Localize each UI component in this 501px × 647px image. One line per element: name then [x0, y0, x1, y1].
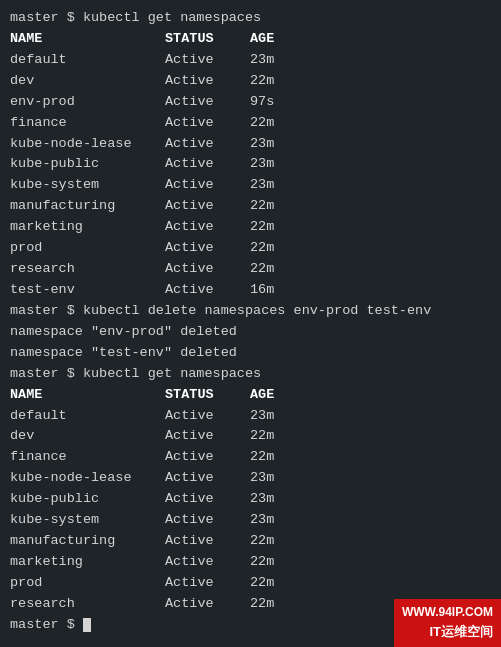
- terminal-line: prodActive22m: [10, 238, 491, 259]
- col-name: kube-public: [10, 489, 165, 510]
- col-name: default: [10, 50, 165, 71]
- col-name: research: [10, 259, 165, 280]
- col-status: Active: [165, 50, 250, 71]
- col-name: test-env: [10, 280, 165, 301]
- terminal-window: master $ kubectl get namespacesNAMESTATU…: [0, 0, 501, 647]
- col-age: 22m: [250, 196, 274, 217]
- terminal-line: defaultActive23m: [10, 50, 491, 71]
- col-name: kube-node-lease: [10, 468, 165, 489]
- col-status: Active: [165, 134, 250, 155]
- terminal-line: financeActive22m: [10, 447, 491, 468]
- col-name: kube-public: [10, 154, 165, 175]
- col-name: marketing: [10, 217, 165, 238]
- col-header-name: NAME: [10, 385, 165, 406]
- output-text: namespace "test-env" deleted: [10, 345, 237, 360]
- terminal-line: marketingActive22m: [10, 217, 491, 238]
- terminal-line: devActive22m: [10, 426, 491, 447]
- col-age: 22m: [250, 71, 274, 92]
- col-status: Active: [165, 259, 250, 280]
- col-age: 22m: [250, 238, 274, 259]
- terminal-line: namespace "env-prod" deleted: [10, 322, 491, 343]
- col-status: Active: [165, 468, 250, 489]
- col-name: default: [10, 406, 165, 427]
- col-status: Active: [165, 510, 250, 531]
- col-age: 22m: [250, 531, 274, 552]
- col-header-age: AGE: [250, 29, 274, 50]
- col-header-name: NAME: [10, 29, 165, 50]
- terminal-line: marketingActive22m: [10, 552, 491, 573]
- col-status: Active: [165, 447, 250, 468]
- col-age: 23m: [250, 468, 274, 489]
- col-age: 23m: [250, 134, 274, 155]
- col-age: 22m: [250, 217, 274, 238]
- col-name: prod: [10, 238, 165, 259]
- col-age: 23m: [250, 510, 274, 531]
- col-status: Active: [165, 573, 250, 594]
- terminal-line: kube-publicActive23m: [10, 489, 491, 510]
- col-status: Active: [165, 280, 250, 301]
- terminal-line: defaultActive23m: [10, 406, 491, 427]
- col-name: kube-system: [10, 510, 165, 531]
- col-age: 22m: [250, 594, 274, 615]
- terminal-line: NAMESTATUSAGE: [10, 29, 491, 50]
- col-name: manufacturing: [10, 531, 165, 552]
- terminal-line: kube-systemActive23m: [10, 510, 491, 531]
- watermark: WWW.94IP.COM IT运维空间: [394, 599, 501, 647]
- prompt-text: master $ kubectl delete namespaces env-p…: [10, 303, 431, 318]
- terminal-line: env-prodActive97s: [10, 92, 491, 113]
- terminal-line: prodActive22m: [10, 573, 491, 594]
- terminal-line: kube-node-leaseActive23m: [10, 134, 491, 155]
- col-status: Active: [165, 92, 250, 113]
- col-status: Active: [165, 552, 250, 573]
- terminal-line: researchActive22m: [10, 259, 491, 280]
- col-header-status: STATUS: [165, 29, 250, 50]
- col-name: research: [10, 594, 165, 615]
- terminal-line: financeActive22m: [10, 113, 491, 134]
- col-header-age: AGE: [250, 385, 274, 406]
- col-age: 22m: [250, 259, 274, 280]
- terminal-line: kube-publicActive23m: [10, 154, 491, 175]
- col-status: Active: [165, 531, 250, 552]
- col-name: kube-node-lease: [10, 134, 165, 155]
- output-text: namespace "env-prod" deleted: [10, 324, 237, 339]
- col-name: env-prod: [10, 92, 165, 113]
- col-name: dev: [10, 71, 165, 92]
- watermark-url: WWW.94IP.COM: [402, 603, 493, 622]
- col-name: prod: [10, 573, 165, 594]
- col-name: finance: [10, 447, 165, 468]
- terminal-line: kube-node-leaseActive23m: [10, 468, 491, 489]
- col-age: 22m: [250, 573, 274, 594]
- watermark-desc: IT运维空间: [402, 622, 493, 643]
- col-name: manufacturing: [10, 196, 165, 217]
- col-age: 22m: [250, 113, 274, 134]
- col-age: 22m: [250, 447, 274, 468]
- terminal-line: master $ kubectl get namespaces: [10, 8, 491, 29]
- prompt-text: master $ kubectl get namespaces: [10, 10, 261, 25]
- col-age: 22m: [250, 552, 274, 573]
- col-age: 23m: [250, 406, 274, 427]
- col-name: dev: [10, 426, 165, 447]
- col-status: Active: [165, 489, 250, 510]
- terminal-line: namespace "test-env" deleted: [10, 343, 491, 364]
- col-age: 23m: [250, 175, 274, 196]
- prompt-text: master $: [10, 617, 83, 632]
- col-age: 16m: [250, 280, 274, 301]
- terminal-line: master $ kubectl delete namespaces env-p…: [10, 301, 491, 322]
- terminal-line: manufacturingActive22m: [10, 196, 491, 217]
- terminal-line: NAMESTATUSAGE: [10, 385, 491, 406]
- terminal-line: test-envActive16m: [10, 280, 491, 301]
- col-name: kube-system: [10, 175, 165, 196]
- terminal-line: kube-systemActive23m: [10, 175, 491, 196]
- col-status: Active: [165, 196, 250, 217]
- col-age: 23m: [250, 154, 274, 175]
- col-status: Active: [165, 154, 250, 175]
- prompt-text: master $ kubectl get namespaces: [10, 366, 261, 381]
- col-header-status: STATUS: [165, 385, 250, 406]
- col-status: Active: [165, 113, 250, 134]
- col-status: Active: [165, 71, 250, 92]
- col-status: Active: [165, 175, 250, 196]
- col-status: Active: [165, 594, 250, 615]
- col-age: 97s: [250, 92, 274, 113]
- col-status: Active: [165, 406, 250, 427]
- col-status: Active: [165, 426, 250, 447]
